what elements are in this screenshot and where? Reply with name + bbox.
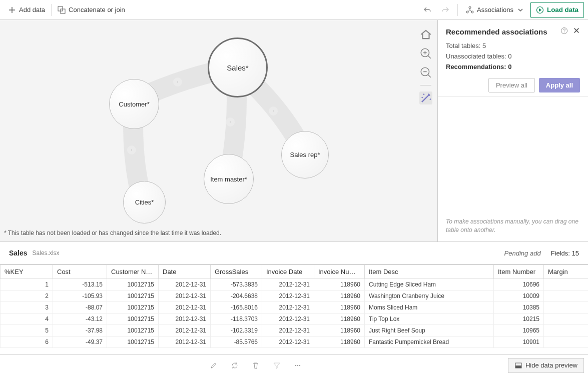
table-cell: 10901: [494, 336, 544, 348]
load-data-label: Load data: [547, 6, 578, 14]
table-cell: 2: [1, 290, 53, 302]
separator: [420, 85, 431, 86]
refresh-icon[interactable]: [230, 361, 239, 370]
table-cell: -37.98: [53, 325, 107, 336]
canvas-footnote: * This table has not been loaded or has …: [4, 230, 221, 236]
magic-wand-icon[interactable]: [419, 92, 432, 104]
preview-header: Sales Sales.xlsx Pending add Fields: 15: [0, 242, 588, 264]
table-cell: 2012-12-31: [159, 314, 211, 325]
close-icon[interactable]: [573, 27, 580, 36]
table-row[interactable]: 5-37.98100127152012-12-31-102.33192012-1…: [1, 325, 589, 336]
table-cell: Tip Top Lox: [365, 314, 494, 325]
column-header[interactable]: %KEY: [1, 265, 53, 279]
table-cell: 2012-12-31: [159, 302, 211, 314]
data-preview-table[interactable]: %KEYCostCustomer N…DateGrossSalesInvoice…: [0, 264, 588, 354]
table-cell: 2012-12-31: [262, 314, 314, 325]
edit-icon[interactable]: [209, 361, 218, 370]
table-bubble-customer[interactable]: Customer*: [109, 79, 159, 129]
load-data-button[interactable]: Load data: [530, 2, 584, 18]
column-header[interactable]: Item Desc: [365, 265, 494, 279]
add-data-label: Add data: [19, 6, 45, 14]
table-row[interactable]: 2-105.93100127152012-12-31-204.66382012-…: [1, 290, 589, 302]
bubble-label: Item master*: [210, 176, 247, 183]
associations-label: Associations: [477, 6, 513, 14]
table-cell: 118960: [314, 279, 365, 290]
table-cell: 118960: [314, 314, 365, 325]
table-cell: [544, 325, 589, 336]
association-joint[interactable]: [226, 118, 235, 126]
delete-icon[interactable]: [251, 361, 260, 370]
table-row[interactable]: 6-49.37100127152012-12-31-85.57662012-12…: [1, 336, 589, 348]
plus-icon: [8, 6, 16, 14]
association-canvas[interactable]: Sales* Customer* Cities* Item master* Sa…: [0, 20, 438, 242]
table-cell: 10012715: [107, 325, 159, 336]
undo-button[interactable]: [419, 2, 435, 18]
table-bubble-cities[interactable]: Cities*: [123, 181, 166, 224]
table-cell: 2012-12-31: [159, 279, 211, 290]
preview-file-name: Sales.xlsx: [33, 250, 60, 256]
column-header[interactable]: Invoice Date: [262, 265, 314, 279]
more-icon[interactable]: [293, 361, 302, 370]
zoom-in-icon[interactable]: [419, 47, 432, 60]
help-icon[interactable]: [560, 27, 568, 36]
table-bubble-sales[interactable]: Sales*: [208, 38, 268, 98]
table-cell: -204.6638: [211, 290, 262, 302]
svg-point-11: [299, 364, 300, 366]
home-icon[interactable]: [419, 28, 432, 41]
table-cell: -118.3703: [211, 314, 262, 325]
table-cell: -165.8016: [211, 302, 262, 314]
table-cell: [544, 290, 589, 302]
column-header[interactable]: Margin: [544, 265, 589, 279]
column-header[interactable]: Item Number: [494, 265, 544, 279]
hide-preview-button[interactable]: Hide data preview: [508, 358, 584, 373]
association-joint[interactable]: [269, 106, 278, 116]
table-cell: 10012715: [107, 302, 159, 314]
table-cell: 10012715: [107, 279, 159, 290]
add-data-button[interactable]: Add data: [4, 2, 49, 18]
table-cell: -49.37: [53, 336, 107, 348]
table-cell: 2012-12-31: [262, 279, 314, 290]
column-header[interactable]: Invoice Num…: [314, 265, 365, 279]
table-cell: 2012-12-31: [159, 290, 211, 302]
preview-all-button[interactable]: Preview all: [488, 78, 535, 92]
table-cell: -102.3319: [211, 325, 262, 336]
table-cell: Fantastic Pumpernickel Bread: [365, 336, 494, 348]
preview-status: Pending add: [504, 250, 541, 257]
svg-point-9: [295, 364, 296, 366]
table-cell: 4: [1, 314, 53, 325]
apply-all-button[interactable]: Apply all: [539, 78, 580, 92]
table-cell: 10012715: [107, 336, 159, 348]
separator: [51, 4, 52, 16]
top-toolbar: Add data Concatenate or join Association…: [0, 0, 588, 20]
zoom-out-icon[interactable]: [419, 66, 432, 79]
table-cell: 118960: [314, 302, 365, 314]
column-header[interactable]: Date: [159, 265, 211, 279]
table-row[interactable]: 3-88.07100127152012-12-31-165.80162012-1…: [1, 302, 589, 314]
column-header[interactable]: Cost: [53, 265, 107, 279]
table-cell: 10696: [494, 279, 544, 290]
redo-button[interactable]: [437, 2, 453, 18]
table-bubble-item-master[interactable]: Item master*: [204, 154, 254, 204]
panel-title: Recommended associations: [446, 28, 547, 36]
column-header[interactable]: GrossSales: [211, 265, 262, 279]
recommendations-panel: Recommended associations Total tables: 5…: [438, 20, 588, 242]
bubble-label: Customer*: [119, 100, 149, 108]
table-cell: 2012-12-31: [262, 290, 314, 302]
column-header[interactable]: Customer N…: [107, 265, 159, 279]
table-cell: -85.5766: [211, 336, 262, 348]
undo-icon: [423, 6, 431, 14]
table-cell: -513.15: [53, 279, 107, 290]
table-row[interactable]: 1-513.15100127152012-12-31-573.38352012-…: [1, 279, 589, 290]
associations-button[interactable]: Associations: [462, 2, 528, 18]
panel-hint: To make associations manually, you can d…: [438, 210, 588, 242]
table-cell: [544, 314, 589, 325]
association-joint[interactable]: [173, 78, 182, 86]
filter-icon[interactable]: [272, 361, 281, 370]
concat-button[interactable]: Concatenate or join: [54, 2, 129, 18]
table-cell: 2012-12-31: [159, 325, 211, 336]
chevron-down-icon: [516, 6, 524, 14]
svg-point-2: [469, 6, 471, 8]
table-bubble-sales-rep[interactable]: Sales rep*: [281, 131, 329, 178]
table-row[interactable]: 4-43.12100127152012-12-31-118.37032012-1…: [1, 314, 589, 325]
association-joint[interactable]: [127, 146, 136, 154]
